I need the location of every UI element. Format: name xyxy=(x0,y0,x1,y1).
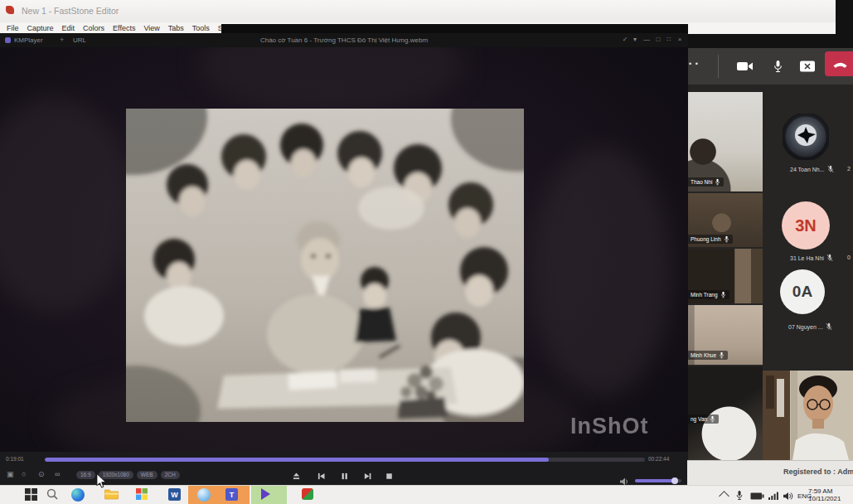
app-icon-red-green[interactable] xyxy=(302,488,313,500)
menu-tabs[interactable]: Tabs xyxy=(168,24,184,32)
hang-up-icon xyxy=(832,61,848,68)
tile-icon[interactable] xyxy=(664,36,674,43)
share-screen-icon xyxy=(799,60,816,73)
kmplayer-taskbar-icon[interactable] xyxy=(261,488,270,500)
tray-clock[interactable]: 7:59 AM 10/11/2021 xyxy=(808,487,853,502)
menu-capture[interactable]: Capture xyxy=(27,24,54,32)
file-explorer-icon[interactable] xyxy=(104,488,119,500)
participant-name-row: 31 Le Ha Nhi xyxy=(790,254,833,262)
total-time: 00:22:44 xyxy=(648,456,669,462)
next-button[interactable] xyxy=(361,470,374,482)
participant-video-tile[interactable] xyxy=(688,92,763,191)
volume-knob[interactable] xyxy=(671,477,678,484)
seek-bar-fill xyxy=(45,458,549,462)
settings-icon[interactable] xyxy=(22,470,26,478)
participant-name: Minh Khue xyxy=(691,352,716,358)
participant-avatar[interactable] xyxy=(783,114,829,160)
menu-edit[interactable]: Edit xyxy=(62,24,75,32)
participant-avatar[interactable]: 0A xyxy=(780,269,825,314)
microphone-button[interactable] xyxy=(765,54,790,79)
next-icon xyxy=(362,471,373,482)
tray-speaker-icon[interactable] xyxy=(783,492,793,501)
backdrop-blob xyxy=(199,47,464,114)
stop-icon xyxy=(384,471,395,482)
participant-name-row: 24 Toan Nh... xyxy=(790,165,834,173)
menu-file[interactable]: File xyxy=(7,24,19,32)
eject-button[interactable] xyxy=(290,470,303,482)
participant-video-tile[interactable] xyxy=(688,366,763,460)
menu-tools[interactable]: Tools xyxy=(192,24,210,32)
mic-off-icon xyxy=(827,165,834,173)
pause-button[interactable] xyxy=(338,470,351,482)
mic-off-icon xyxy=(826,322,832,331)
close-icon[interactable] xyxy=(675,36,685,43)
toolbar-divider xyxy=(718,55,719,78)
battery-icon[interactable] xyxy=(750,492,764,500)
repeat-icon[interactable] xyxy=(55,470,60,478)
kmplayer-window: KMPlayer URL Chào cờ Tuần 6 - Trường THC… xyxy=(0,33,688,485)
participant-name-badge: Thao Nhi xyxy=(687,177,724,187)
participant-name-badge: Minh Khue xyxy=(687,351,728,360)
hang-up-button[interactable] xyxy=(825,51,853,76)
more-options-icon[interactable] xyxy=(689,60,699,68)
word-icon[interactable] xyxy=(168,488,181,501)
previous-icon xyxy=(316,471,327,482)
edge-partial-label: 0 xyxy=(847,254,851,260)
mic-on-icon xyxy=(710,415,715,423)
camera-button[interactable] xyxy=(733,54,758,79)
dropdown-icon[interactable] xyxy=(630,36,640,43)
seek-bar[interactable] xyxy=(45,458,645,462)
video-area[interactable]: InShOt xyxy=(0,47,688,485)
edge-browser-icon[interactable] xyxy=(71,488,85,502)
mic-off-icon xyxy=(826,254,833,262)
previous-button[interactable] xyxy=(315,470,327,482)
kmplayer-titlebar[interactable]: KMPlayer URL Chào cờ Tuần 6 - Trường THC… xyxy=(0,33,688,47)
pin-icon[interactable] xyxy=(620,36,630,43)
status-badges: 16:9 1920x1080 WEB 2CH xyxy=(76,471,180,479)
start-button[interactable] xyxy=(25,488,37,501)
codec-badge: WEB xyxy=(137,471,158,479)
windows-color-icon[interactable] xyxy=(136,488,148,500)
video-title: Chào cờ Tuần 6 - Trường THCS Đô Thị Việt… xyxy=(0,36,688,44)
volume-fill xyxy=(635,479,676,482)
search-icon[interactable] xyxy=(46,488,58,501)
mic-on-icon xyxy=(719,351,725,359)
participant-name: 24 Toan Nh... xyxy=(790,167,825,172)
minimize-icon[interactable] xyxy=(642,36,652,43)
ab-repeat-icon[interactable] xyxy=(38,470,45,478)
participant-video-tile[interactable] xyxy=(763,371,853,460)
share-screen-button[interactable] xyxy=(795,54,820,79)
participant-avatar[interactable]: 3N xyxy=(782,201,830,250)
stop-button[interactable] xyxy=(383,470,395,482)
volume-slider[interactable] xyxy=(635,479,681,482)
avatar-initials: 0A xyxy=(792,283,812,301)
playlist-icon[interactable] xyxy=(7,470,14,478)
participant-name-badge: Phuong Linh xyxy=(687,235,733,244)
edge-partial-label: 2 xyxy=(847,166,851,172)
faststone-titlebar[interactable]: New 1 - FastStone Editor xyxy=(0,0,836,22)
zalo-icon[interactable] xyxy=(197,488,211,502)
faststone-window-title: New 1 - FastStone Editor xyxy=(22,6,119,16)
network-icon[interactable] xyxy=(768,492,778,500)
inshot-watermark: InShOt xyxy=(570,414,649,439)
backdrop-blob xyxy=(0,97,133,313)
participant-name-badge: Minh Trang xyxy=(687,290,729,299)
teams-icon[interactable] xyxy=(225,488,238,501)
microphone-icon xyxy=(773,60,783,73)
eject-icon xyxy=(291,471,302,482)
participant-name: Phuong Linh xyxy=(691,236,721,242)
mic-on-icon xyxy=(724,235,729,243)
maximize-icon[interactable] xyxy=(653,36,663,43)
photo-frame xyxy=(126,109,524,422)
participant-name: Minh Trang xyxy=(691,292,718,298)
tray-mic-icon[interactable] xyxy=(735,490,744,501)
menu-colors[interactable]: Colors xyxy=(83,24,104,32)
mic-on-icon xyxy=(715,178,720,186)
mic-on-icon xyxy=(720,291,726,298)
desktop: Thao Nhi Phuong Linh Minh Trang Minh Khu… xyxy=(0,0,853,504)
menu-view[interactable]: View xyxy=(143,24,159,32)
audio-badge: 2CH xyxy=(161,471,180,479)
participant-name: 07 Nguyen ... xyxy=(788,324,823,330)
mouse-cursor xyxy=(96,473,107,488)
menu-effects[interactable]: Effects xyxy=(113,24,135,32)
